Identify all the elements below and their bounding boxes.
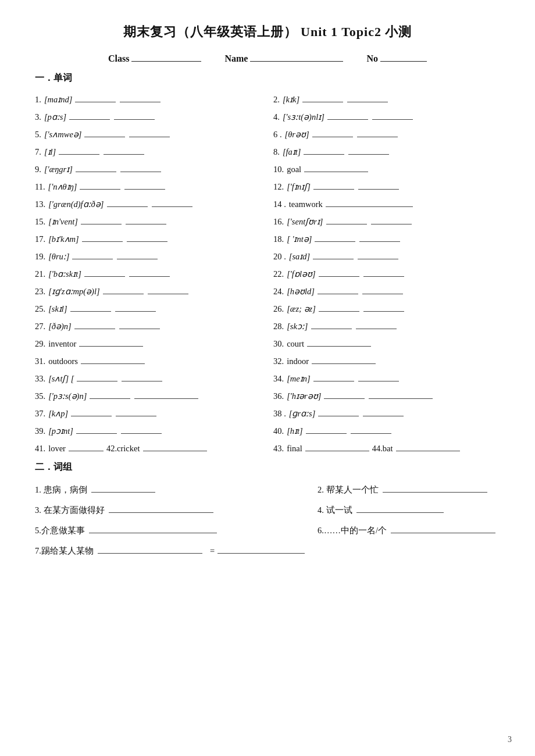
blank[interactable] — [348, 145, 389, 155]
blank[interactable] — [109, 504, 213, 513]
blank[interactable] — [305, 442, 369, 451]
blank[interactable] — [359, 233, 400, 242]
blank[interactable] — [307, 337, 371, 347]
blank[interactable] — [76, 425, 117, 434]
blank[interactable] — [327, 110, 368, 120]
blank[interactable] — [69, 442, 104, 451]
phrase-item: 2. 帮某人一个忙 — [312, 479, 500, 500]
blank[interactable] — [116, 407, 156, 416]
blank[interactable] — [315, 233, 355, 242]
page-title: 期末复习（八年级英语上册） Unit 1 Topic2 小测 — [35, 23, 500, 41]
blank[interactable] — [347, 93, 388, 102]
blank[interactable] — [117, 250, 158, 259]
blank[interactable] — [143, 442, 207, 451]
blank[interactable] — [129, 268, 170, 277]
blank[interactable] — [304, 145, 344, 155]
blank[interactable] — [313, 180, 354, 190]
blank[interactable] — [115, 302, 156, 312]
vocab-item: 38 . [ɡrɑːs] — [268, 404, 500, 422]
blank[interactable] — [312, 355, 376, 364]
blank[interactable] — [98, 544, 202, 554]
blank[interactable] — [318, 285, 358, 294]
blank[interactable] — [371, 215, 412, 224]
name-input[interactable] — [250, 51, 343, 62]
blank[interactable] — [90, 390, 130, 399]
blank[interactable] — [152, 198, 192, 207]
blank[interactable] — [363, 302, 404, 312]
blank[interactable] — [356, 320, 397, 329]
blank[interactable] — [311, 320, 352, 329]
no-input[interactable] — [380, 51, 427, 62]
blank[interactable] — [124, 180, 165, 190]
blank[interactable] — [326, 198, 413, 207]
blank[interactable] — [319, 302, 359, 312]
blank[interactable] — [306, 425, 347, 434]
blank[interactable] — [363, 268, 404, 277]
blank[interactable] — [82, 233, 123, 242]
blank[interactable] — [148, 285, 188, 294]
no-label: No — [366, 54, 378, 64]
blank[interactable] — [80, 180, 120, 190]
blank[interactable] — [71, 407, 112, 416]
blank[interactable] — [91, 483, 155, 493]
class-input[interactable] — [131, 51, 201, 62]
blank[interactable] — [129, 128, 170, 137]
blank[interactable] — [89, 524, 217, 533]
blank[interactable] — [326, 215, 367, 224]
blank[interactable] — [59, 145, 99, 155]
blank[interactable] — [319, 268, 359, 277]
blank[interactable] — [318, 407, 359, 416]
blank[interactable] — [357, 128, 398, 137]
blank[interactable] — [302, 93, 343, 102]
blank[interactable] — [362, 285, 403, 294]
blank[interactable] — [358, 372, 399, 381]
blank[interactable] — [81, 215, 122, 224]
blank[interactable] — [104, 145, 144, 155]
blank[interactable] — [122, 372, 162, 381]
blank[interactable] — [120, 163, 161, 172]
vocab-item: 6 . [θrəʊ] — [268, 125, 500, 142]
blank[interactable] — [84, 128, 125, 137]
blank[interactable] — [74, 320, 115, 329]
blank[interactable] — [313, 250, 354, 259]
blank[interactable] — [84, 268, 125, 277]
blank[interactable] — [351, 425, 391, 434]
blank[interactable] — [76, 163, 116, 172]
blank[interactable] — [383, 483, 487, 493]
blank[interactable] — [312, 128, 353, 137]
blank[interactable] — [107, 198, 148, 207]
blank[interactable] — [75, 93, 116, 102]
blank[interactable] — [369, 390, 433, 399]
blank[interactable] — [121, 425, 162, 434]
blank[interactable] — [391, 524, 495, 533]
blank[interactable] — [69, 110, 110, 120]
blank[interactable] — [356, 504, 444, 513]
vocab-item: 26. [æz; əz] — [268, 299, 500, 317]
blank[interactable] — [81, 355, 145, 364]
blank[interactable] — [358, 180, 399, 190]
blank[interactable] — [114, 110, 155, 120]
blank[interactable] — [372, 110, 413, 120]
blank[interactable] — [396, 442, 460, 451]
phrase-item: 6.……中的一名/个 — [312, 520, 500, 540]
blank[interactable] — [217, 544, 305, 554]
blank[interactable] — [358, 250, 398, 259]
blank[interactable] — [324, 390, 365, 399]
blank[interactable] — [79, 337, 143, 347]
blank[interactable] — [120, 93, 160, 102]
blank[interactable] — [77, 372, 117, 381]
vocab-item: 9. ['æŋgrɪ] — [35, 160, 268, 177]
blank[interactable] — [313, 372, 354, 381]
vocab-item: 14 . teamwork — [268, 195, 500, 212]
blank[interactable] — [70, 302, 111, 312]
class-field: Class — [108, 51, 201, 64]
blank[interactable] — [126, 215, 166, 224]
blank[interactable] — [127, 233, 167, 242]
blank[interactable] — [72, 250, 113, 259]
blank[interactable] — [304, 163, 368, 172]
blank[interactable] — [119, 320, 160, 329]
blank[interactable] — [134, 390, 198, 399]
class-label: Class — [108, 54, 129, 64]
blank[interactable] — [103, 285, 144, 294]
blank[interactable] — [363, 407, 404, 416]
